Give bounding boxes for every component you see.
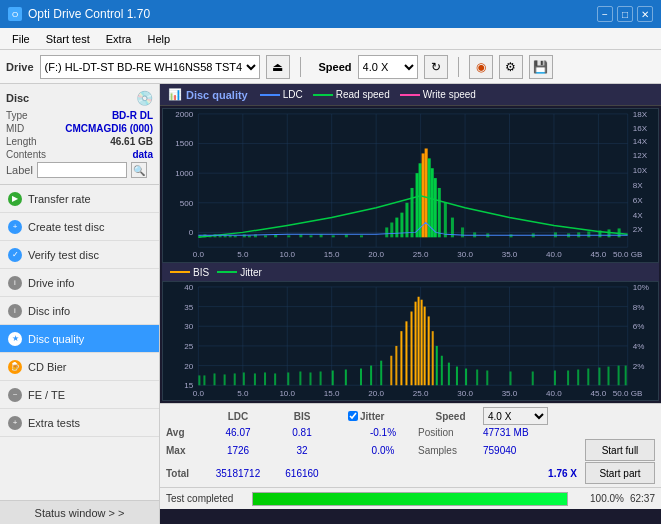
jitter-checkbox[interactable] bbox=[348, 411, 358, 421]
svg-text:0.0: 0.0 bbox=[193, 389, 205, 398]
type-label: Type bbox=[6, 110, 28, 121]
progress-bar-fill bbox=[253, 493, 567, 505]
svg-rect-82 bbox=[510, 234, 513, 237]
sidebar-item-drive-info[interactable]: i Drive info bbox=[0, 269, 159, 297]
svg-rect-170 bbox=[567, 371, 569, 386]
svg-text:8%: 8% bbox=[633, 303, 645, 312]
svg-rect-144 bbox=[332, 371, 334, 386]
start-full-button[interactable]: Start full bbox=[585, 439, 655, 461]
svg-text:40: 40 bbox=[184, 283, 194, 292]
svg-rect-135 bbox=[234, 373, 236, 385]
svg-rect-151 bbox=[400, 331, 402, 385]
save-button[interactable]: 💾 bbox=[529, 55, 553, 79]
sidebar-item-cd-bier[interactable]: 🍺 CD Bier bbox=[0, 353, 159, 381]
svg-rect-145 bbox=[345, 370, 347, 386]
svg-text:8X: 8X bbox=[633, 181, 644, 190]
app-title: Opti Drive Control 1.70 bbox=[28, 7, 150, 21]
disc-panel-icon: 💿 bbox=[136, 90, 153, 106]
svg-text:35.0: 35.0 bbox=[502, 389, 518, 398]
menu-start-test[interactable]: Start test bbox=[38, 31, 98, 47]
jitter-header-cell: Jitter bbox=[348, 411, 418, 422]
sidebar-item-create-test-disc[interactable]: + Create test disc bbox=[0, 213, 159, 241]
speed-label: Speed bbox=[319, 61, 352, 73]
read-label: Read speed bbox=[336, 89, 390, 100]
svg-rect-54 bbox=[264, 235, 267, 237]
toolbar: Drive (F:) HL-DT-ST BD-RE WH16NS58 TST4 … bbox=[0, 50, 661, 84]
svg-text:500: 500 bbox=[180, 199, 194, 208]
app-icon: O bbox=[8, 7, 22, 21]
max-ldc: 1726 bbox=[204, 445, 272, 456]
svg-rect-166 bbox=[486, 371, 488, 386]
svg-text:25.0: 25.0 bbox=[413, 389, 429, 398]
maximize-button[interactable]: □ bbox=[617, 6, 633, 22]
eject-button[interactable]: ⏏ bbox=[266, 55, 290, 79]
burn-button[interactable]: ◉ bbox=[469, 55, 493, 79]
sidebar-item-transfer-rate[interactable]: ▶ Transfer rate bbox=[0, 185, 159, 213]
svg-rect-62 bbox=[360, 235, 363, 237]
minimize-button[interactable]: − bbox=[597, 6, 613, 22]
refresh-button[interactable]: ↻ bbox=[424, 55, 448, 79]
drive-select[interactable]: (F:) HL-DT-ST BD-RE WH16NS58 TST4 bbox=[40, 55, 260, 79]
drive-label: Drive bbox=[6, 61, 34, 73]
samples-value: 759040 bbox=[483, 445, 553, 456]
legend-read: Read speed bbox=[313, 89, 390, 100]
svg-rect-79 bbox=[461, 227, 464, 237]
length-value: 46.61 GB bbox=[110, 136, 153, 147]
position-value: 47731 MB bbox=[483, 427, 553, 438]
svg-rect-0 bbox=[163, 109, 658, 262]
sidebar-item-disc-info[interactable]: i Disc info bbox=[0, 297, 159, 325]
svg-rect-66 bbox=[400, 213, 403, 238]
svg-rect-150 bbox=[395, 346, 397, 385]
label-input[interactable] bbox=[37, 162, 127, 178]
svg-text:30.0: 30.0 bbox=[457, 250, 473, 259]
sidebar-item-fe-te[interactable]: ~ FE / TE bbox=[0, 381, 159, 409]
settings-button[interactable]: ⚙ bbox=[499, 55, 523, 79]
svg-rect-173 bbox=[598, 368, 600, 386]
sidebar-nav: ▶ Transfer rate + Create test disc ✓ Ver… bbox=[0, 185, 159, 500]
drive-info-label: Drive info bbox=[28, 277, 74, 289]
svg-rect-161 bbox=[441, 356, 443, 386]
speed-value-select[interactable]: 4.0 X bbox=[483, 407, 548, 425]
svg-rect-143 bbox=[320, 371, 322, 385]
svg-rect-149 bbox=[390, 356, 392, 386]
sidebar-item-disc-quality[interactable]: ★ Disc quality bbox=[0, 325, 159, 353]
svg-text:15.0: 15.0 bbox=[324, 389, 340, 398]
sidebar-item-verify-test-disc[interactable]: ✓ Verify test disc bbox=[0, 241, 159, 269]
svg-text:10X: 10X bbox=[633, 166, 648, 175]
menu-help[interactable]: Help bbox=[139, 31, 178, 47]
svg-rect-169 bbox=[554, 371, 556, 386]
avg-jitter: -0.1% bbox=[348, 427, 418, 438]
status-window-label: Status window > > bbox=[35, 507, 125, 519]
sidebar-item-extra-tests[interactable]: + Extra tests bbox=[0, 409, 159, 437]
max-jitter: 0.0% bbox=[348, 445, 418, 456]
total-label: Total bbox=[166, 468, 204, 479]
svg-text:18X: 18X bbox=[633, 110, 648, 119]
bottom-chart-svg: 40 35 30 25 20 15 10% 8% 6% 4% 2% 0.0 5.… bbox=[163, 282, 658, 400]
speed-select[interactable]: 4.0 X bbox=[358, 55, 418, 79]
write-color bbox=[400, 94, 420, 96]
svg-rect-58 bbox=[309, 235, 312, 237]
cd-bier-label: CD Bier bbox=[28, 361, 67, 373]
status-text: Test completed bbox=[166, 493, 246, 504]
svg-rect-176 bbox=[625, 366, 627, 386]
menu-file[interactable]: File bbox=[4, 31, 38, 47]
svg-text:12X: 12X bbox=[633, 151, 648, 160]
svg-rect-77 bbox=[444, 203, 447, 238]
label-icon-button[interactable]: 🔍 bbox=[131, 162, 147, 178]
svg-text:0.0: 0.0 bbox=[193, 250, 205, 259]
disc-info-icon: i bbox=[8, 304, 22, 318]
avg-label: Avg bbox=[166, 427, 204, 438]
toolbar-separator bbox=[300, 57, 301, 77]
contents-value: data bbox=[132, 149, 153, 160]
status-window-button[interactable]: Status window > > bbox=[0, 500, 159, 524]
bis-color bbox=[170, 271, 190, 273]
progress-time: 62:37 bbox=[630, 493, 655, 504]
disc-panel-title: Disc bbox=[6, 92, 29, 104]
start-part-button[interactable]: Start part bbox=[585, 462, 655, 484]
fe-te-label: FE / TE bbox=[28, 389, 65, 401]
svg-text:4X: 4X bbox=[633, 211, 644, 220]
bis-label: BIS bbox=[193, 267, 209, 278]
svg-text:6X: 6X bbox=[633, 196, 644, 205]
close-button[interactable]: ✕ bbox=[637, 6, 653, 22]
menu-extra[interactable]: Extra bbox=[98, 31, 140, 47]
